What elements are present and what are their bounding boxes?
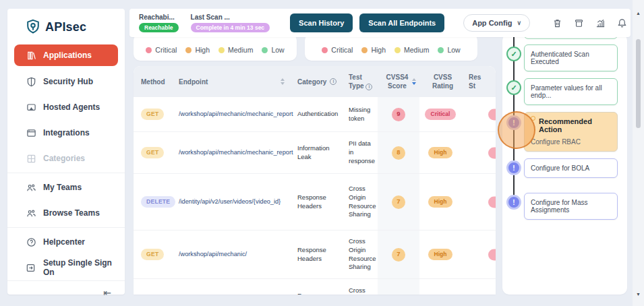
critical-dot-icon xyxy=(322,47,328,53)
app-config-dropdown[interactable]: App Config ∨ xyxy=(463,14,530,32)
scroll-up-arrow[interactable]: ▲ xyxy=(633,11,644,16)
sidebar-item-label: Applications xyxy=(43,51,92,60)
timeline-step-parameter-values[interactable]: Parameter values for all endp... xyxy=(524,78,618,105)
sidebar-item-my-teams[interactable]: My Teams xyxy=(7,175,125,200)
notifications-button[interactable] xyxy=(617,18,627,28)
column-header-endpoint: Endpoint xyxy=(171,73,290,91)
step-done-icon[interactable]: ✓ xyxy=(506,47,521,61)
timeline-step-configure-bola[interactable]: Configure for BOLA xyxy=(524,158,618,178)
endpoint-link[interactable]: /workshop/api/mechanic/mechanic_report xyxy=(171,144,290,160)
legend-label: Critical xyxy=(155,46,177,54)
legend-label: Low xyxy=(447,46,460,54)
endpoint-link[interactable]: /workshop/api/mechanic/ xyxy=(171,246,290,262)
legend-label: High xyxy=(371,46,386,54)
last-scan-status: Last Scan ... Complete in 4 min 13 sec xyxy=(191,13,270,32)
sidebar-item-integrations[interactable]: Integrations xyxy=(7,120,125,146)
sidebar-item-hosted-agents[interactable]: Hosted Agents xyxy=(7,94,125,120)
column-label: Test Type xyxy=(349,73,364,90)
scan-all-endpoints-button[interactable]: Scan All Endpoints xyxy=(359,13,444,32)
scan-actions-panel: ✓ Authenticated Scan Executed ✓ Paramete… xyxy=(502,34,627,295)
score-cell: 8 xyxy=(378,132,419,173)
analytics-button[interactable] xyxy=(595,18,606,28)
category-cell: Response Headers xyxy=(290,242,341,268)
topbar: Reachabi... Reachable Last Scan ... Comp… xyxy=(129,9,631,37)
sidebar-item-label: Setup Single Sign On xyxy=(43,258,125,277)
table-row[interactable]: GET /workshop/api/mechanic/mechanic_repo… xyxy=(134,132,496,174)
sort-endpoint-icon[interactable] xyxy=(281,78,285,85)
bell-icon xyxy=(617,18,627,28)
table-row[interactable]: Response Headers Cross Origin Resource S… xyxy=(134,279,496,295)
column-header-cvss-rating: CVSS Rating xyxy=(419,68,461,95)
result-status-badge-partial xyxy=(488,249,496,260)
info-icon[interactable]: i xyxy=(330,78,336,85)
sidebar-collapse-button[interactable]: ⇤ xyxy=(7,280,125,298)
step-pending-icon[interactable]: ! xyxy=(506,160,521,175)
column-header-result-status: Res St xyxy=(461,68,496,95)
legend-label: Critical xyxy=(331,46,353,54)
cvss-rating-badge: High xyxy=(428,147,453,158)
category-cell: Response Headers xyxy=(290,288,341,295)
test-type-cell: Cross Origin Resource Sharing xyxy=(341,233,378,276)
chevron-down-icon: ∨ xyxy=(517,20,521,26)
timeline-step-configure-mass-assignments[interactable]: Configure for Mass Assignments xyxy=(524,193,618,220)
sidebar-item-security-hub[interactable]: Security Hub xyxy=(7,69,125,94)
rating-cell: High xyxy=(419,192,461,212)
bar-chart-icon xyxy=(595,18,606,28)
sidebar-item-setup-sso[interactable]: Setup Single Sign On xyxy=(7,255,125,280)
sidebar-item-applications[interactable]: Applications xyxy=(14,44,118,66)
severity-legend-card-right: Critical High Medium Low xyxy=(305,34,477,61)
book-icon xyxy=(26,51,36,61)
step-pending-icon[interactable]: ! xyxy=(506,195,521,210)
sidebar-item-label: Hosted Agents xyxy=(43,102,100,112)
timeline-step-recommended-action[interactable]: Recommended Action Configure RBAC xyxy=(524,112,618,152)
delete-button[interactable] xyxy=(552,18,562,28)
check-icon: ✓ xyxy=(510,84,517,92)
legend-item-critical: Critical xyxy=(146,46,177,54)
legend-label: Low xyxy=(271,46,284,54)
result-status-badge-partial xyxy=(488,147,496,158)
monitor-icon xyxy=(26,102,36,113)
last-scan-label: Last Scan ... xyxy=(191,13,270,21)
column-header-category: Category i xyxy=(290,73,341,91)
legend-item-medium: Medium xyxy=(218,46,253,54)
reachable-badge: Reachable xyxy=(139,23,179,32)
medium-dot-icon xyxy=(218,47,225,53)
spark-icon xyxy=(531,116,535,121)
cvss-rating-badge: Critical xyxy=(425,109,457,120)
scroll-down-arrow[interactable]: ▼ xyxy=(633,292,644,297)
endpoint-link[interactable]: /identity/api/v2/user/videos/{video_id} xyxy=(171,193,290,210)
column-label: Res St xyxy=(469,73,485,90)
high-dot-icon xyxy=(185,47,192,53)
sidebar-item-browse-teams[interactable]: Browse Teams xyxy=(7,200,125,226)
collapse-sidebar-icon: ⇤ xyxy=(103,287,111,298)
sidebar-item-label: Security Hub xyxy=(43,77,93,86)
score-cell xyxy=(378,279,419,295)
archive-button[interactable] xyxy=(574,18,584,28)
sidebar-item-label: Browse Teams xyxy=(43,208,100,218)
sidebar: APIsec Applications Security Hub Hosted … xyxy=(7,9,125,295)
table-row[interactable]: DELETE /identity/api/v2/user/videos/{vid… xyxy=(134,174,496,231)
info-icon[interactable]: i xyxy=(365,84,372,90)
test-type-cell: Missing token xyxy=(341,102,378,127)
last-scan-badge: Complete in 4 min 13 sec xyxy=(191,23,270,32)
sidebar-item-helpcenter[interactable]: Helpcenter xyxy=(7,229,125,255)
table-row[interactable]: GET /workshop/api/mechanic/mechanic_repo… xyxy=(134,97,496,132)
sidebar-nav: Applications Security Hub Hosted Agents … xyxy=(7,35,125,280)
endpoint-link[interactable]: /workshop/api/mechanic/mechanic_report xyxy=(171,106,290,122)
legend-item-low: Low xyxy=(438,46,460,54)
scrollbar-thumb[interactable] xyxy=(636,39,641,128)
check-icon: ✓ xyxy=(510,50,517,59)
method-badge: GET xyxy=(141,109,164,120)
sort-score-icon[interactable] xyxy=(412,78,416,85)
endpoint-link[interactable] xyxy=(171,279,290,287)
timeline-step-authenticated-scan[interactable]: Authenticated Scan Executed xyxy=(524,44,618,71)
critical-dot-icon xyxy=(146,47,152,53)
trash-icon xyxy=(552,18,562,28)
page-scrollbar[interactable]: ▲ ▼ xyxy=(633,0,644,306)
table-row[interactable]: GET /workshop/api/mechanic/ Response Hea… xyxy=(134,231,496,279)
step-recommended-icon[interactable]: ! xyxy=(506,115,521,130)
step-done-icon[interactable]: ✓ xyxy=(506,80,521,95)
method-cell xyxy=(134,279,171,287)
scan-history-button[interactable]: Scan History xyxy=(290,13,353,32)
column-header-cvss4-score: CVSS4 Score xyxy=(378,68,419,95)
